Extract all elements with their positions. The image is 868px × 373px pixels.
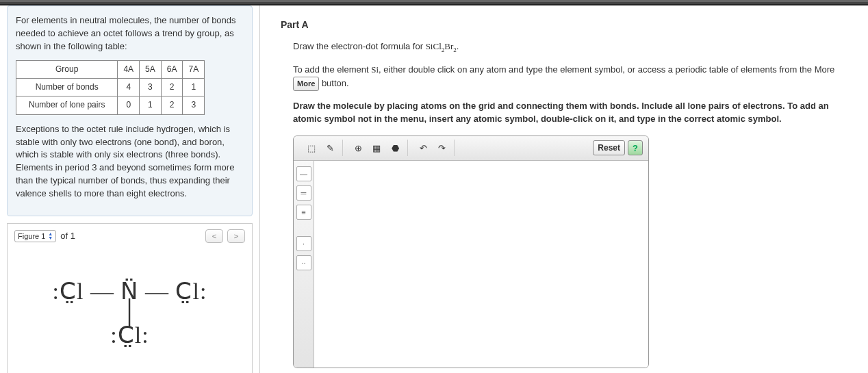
redo-icon[interactable]: ↷ — [433, 140, 450, 156]
lasso-tool-icon[interactable]: ✎ — [322, 140, 338, 156]
add-element-text: To add the element Si, either double cli… — [293, 63, 847, 90]
part-title: Part A — [281, 19, 847, 30]
undo-icon[interactable]: ↶ — [415, 140, 431, 156]
canvas-toolbar: ⬚ ✎ ⊕ ▦ ⬣ ↶ ↷ Reset ? — [294, 136, 648, 161]
reset-button[interactable]: Reset — [593, 140, 625, 155]
formula: SiCl2Br2 — [426, 41, 457, 51]
add-atom-icon[interactable]: ⊕ — [350, 140, 366, 156]
periodic-table-icon[interactable]: ▦ — [368, 140, 385, 156]
drawing-canvas: ⬚ ✎ ⊕ ▦ ⬣ ↶ ↷ Reset ? — ═ — [293, 136, 649, 368]
bond-table: Group 4A 5A 6A 7A Number of bonds 4 3 2 … — [16, 60, 205, 115]
draw-area[interactable] — [314, 161, 648, 368]
select-tool-icon[interactable]: ⬚ — [303, 140, 320, 156]
notes-panel: For elements in neutral molecules, the n… — [7, 5, 253, 216]
lone-pair-two-icon[interactable]: ·· — [296, 255, 311, 270]
bond-palette: — ═ ≡ · ·· — [294, 161, 314, 368]
figure-of-text: of 1 — [60, 231, 75, 241]
exceptions-text: Exceptions to the octet rule include hyd… — [16, 123, 244, 201]
figure-prev-button[interactable]: < — [205, 229, 223, 243]
question-text: Draw the electron-dot formula for SiCl2B… — [293, 40, 847, 55]
help-button[interactable]: ? — [628, 140, 643, 155]
figure-image: :C̤l — N̈ — C̤l: │ :C̤l: — [8, 248, 252, 373]
more-button[interactable]: More — [293, 77, 319, 91]
figure-selector[interactable]: Figure 1 ▲▼ — [14, 230, 56, 242]
spinner-icon[interactable]: ▲▼ — [48, 232, 53, 240]
figure-next-button[interactable]: > — [227, 229, 245, 243]
double-bond-icon[interactable]: ═ — [296, 185, 311, 201]
intro-text: For elements in neutral molecules, the n… — [16, 14, 244, 53]
lone-pair-one-icon[interactable]: · — [296, 236, 311, 251]
left-sidebar: For elements in neutral molecules, the n… — [0, 5, 260, 373]
figure-panel: Figure 1 ▲▼ of 1 < > :C̤l — N̈ — C̤l: │ … — [7, 223, 253, 373]
question-area: Part A Draw the electron-dot formula for… — [260, 5, 868, 373]
single-bond-icon[interactable]: — — [296, 166, 311, 181]
template-icon[interactable]: ⬣ — [387, 140, 403, 156]
bold-instructions: Draw the molecule by placing atoms on th… — [293, 99, 847, 126]
triple-bond-icon[interactable]: ≡ — [296, 205, 311, 220]
